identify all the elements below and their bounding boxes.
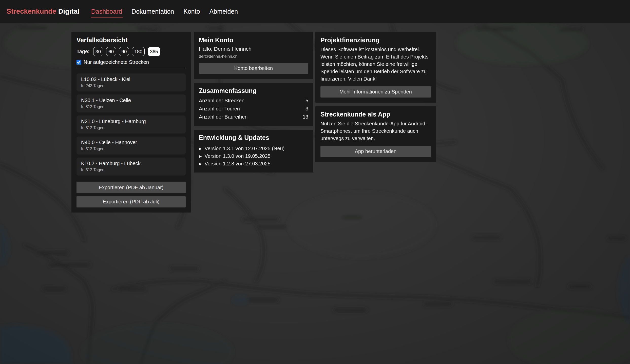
day-filter-label: Tage:	[77, 49, 90, 54]
edit-account-button[interactable]: Konto bearbeiten	[199, 63, 308, 74]
nav-item-abmelden[interactable]: Abmelden	[209, 6, 239, 17]
triangle-right-icon: ▶	[199, 162, 202, 166]
panel-verfallsuebersicht: Verfallsübersicht Tage: 30 60 90 180 365…	[71, 32, 191, 213]
updates-title: Entwicklung & Updates	[199, 134, 308, 141]
summary-value: 3	[306, 106, 308, 112]
update-text: Version 1.3.1 von 12.07.2025 (Neu)	[205, 146, 285, 151]
day-filter-365[interactable]: 365	[148, 47, 160, 56]
update-text: Version 1.2.8 von 27.03.2025	[205, 161, 271, 167]
donation-info-button[interactable]: Mehr Informationen zu Spenden	[320, 86, 431, 98]
summary-label: Anzahl der Touren	[199, 106, 240, 112]
funding-body: Dieses Software ist kostenlos und werbef…	[320, 46, 431, 83]
nav-item-dashboard[interactable]: Dashboard	[91, 6, 123, 17]
route-expiry: In 312 Tagen	[81, 105, 181, 109]
update-text: Version 1.3.0 von 19.05.2025	[205, 153, 271, 159]
route-expiry: In 312 Tagen	[81, 126, 181, 130]
day-filter-90[interactable]: 90	[119, 47, 129, 56]
route-title: K10.2 - Hamburg - Lübeck	[81, 161, 181, 166]
triangle-right-icon: ▶	[199, 147, 202, 150]
update-item-131[interactable]: ▶ Version 1.3.1 von 12.07.2025 (Neu)	[199, 145, 308, 152]
route-card-4[interactable]: N40.0 - Celle - Hannover In 312 Tagen	[77, 137, 186, 155]
recorded-only-checkbox[interactable]	[77, 60, 81, 65]
summary-row-touren: Anzahl der Touren 3	[199, 105, 308, 113]
day-filter-60[interactable]: 60	[106, 47, 116, 56]
brand-secondary: Digital	[58, 8, 80, 15]
brand-primary: Streckenkunde	[7, 8, 56, 15]
panel-zusammenfassung: Zusammenfassung Anzahl der Strecken 5 An…	[194, 83, 313, 126]
nav-links: Dashboard Dokumentation Konto Abmelden	[91, 8, 238, 15]
summary-label: Anzahl der Strecken	[199, 98, 244, 104]
summary-row-baureihen: Anzahl der Baureihen 13	[199, 113, 308, 121]
panel-projektfinanzierung: Projektfinanzierung Dieses Software ist …	[315, 32, 436, 103]
panel-mein-konto: Mein Konto Hallo, Dennis Heinrich der@de…	[194, 32, 313, 79]
verfall-title: Verfallsübersicht	[77, 36, 186, 44]
route-card-2[interactable]: N30.1 - Uelzen - Celle In 312 Tagen	[77, 94, 186, 112]
app-body: Nutzen Sie die Streckenkunde-App für And…	[320, 120, 431, 142]
route-card-1[interactable]: L10.03 - Lübeck - Kiel In 242 Tagen	[77, 73, 186, 91]
route-card-3[interactable]: N31.0 - Lüneburg - Hamburg In 312 Tagen	[77, 116, 186, 133]
brand-logo[interactable]: Streckenkunde Digital	[7, 8, 80, 15]
app-title: Streckenkunde als App	[320, 111, 431, 118]
summary-label: Anzahl der Baureihen	[199, 114, 247, 120]
route-expiry: In 312 Tagen	[81, 147, 181, 151]
route-title: L10.03 - Lübeck - Kiel	[81, 76, 181, 82]
day-filter-row: Tage: 30 60 90 180 365	[77, 47, 186, 56]
nav-item-konto[interactable]: Konto	[183, 6, 200, 17]
export-pdf-july-button[interactable]: Exportieren (PDF ab Juli)	[77, 196, 186, 207]
download-app-button[interactable]: App herunterladen	[320, 146, 431, 157]
route-title: N30.1 - Uelzen - Celle	[81, 98, 181, 103]
top-nav-bar: Streckenkunde Digital Dashboard Dokument…	[0, 0, 630, 23]
route-title: N31.0 - Lüneburg - Hamburg	[81, 119, 181, 124]
summary-title: Zusammenfassung	[199, 87, 308, 94]
panel-streckenkunde-app: Streckenkunde als App Nutzen Sie die Str…	[315, 106, 436, 162]
day-filter-30[interactable]: 30	[93, 47, 103, 56]
konto-title: Mein Konto	[199, 36, 308, 44]
summary-row-strecken: Anzahl der Strecken 5	[199, 97, 308, 105]
recorded-only-label[interactable]: Nur aufgezeichnete Strecken	[84, 59, 149, 65]
konto-greeting: Hallo, Dennis Heinrich	[199, 46, 308, 52]
update-item-128[interactable]: ▶ Version 1.2.8 von 27.03.2025	[199, 160, 308, 167]
summary-value: 13	[303, 114, 308, 120]
triangle-right-icon: ▶	[199, 154, 202, 158]
update-item-130[interactable]: ▶ Version 1.3.0 von 19.05.2025	[199, 152, 308, 160]
konto-email: der@dennis-heinri.ch	[199, 54, 308, 59]
day-filter-180[interactable]: 180	[132, 47, 145, 56]
route-expiry: In 312 Tagen	[81, 168, 181, 172]
export-pdf-january-button[interactable]: Exportieren (PDF ab Januar)	[77, 182, 186, 193]
route-card-5[interactable]: K10.2 - Hamburg - Lübeck In 312 Tagen	[77, 158, 186, 176]
panel-entwicklung-updates: Entwicklung & Updates ▶ Version 1.3.1 vo…	[194, 130, 313, 173]
route-title: N40.0 - Celle - Hannover	[81, 140, 181, 145]
funding-title: Projektfinanzierung	[320, 36, 431, 44]
recorded-only-row: Nur aufgezeichnete Strecken	[77, 59, 186, 65]
nav-item-dokumentation[interactable]: Dokumentation	[131, 6, 175, 17]
summary-value: 5	[306, 98, 308, 104]
divider	[77, 69, 186, 69]
route-expiry: In 242 Tagen	[81, 84, 181, 88]
